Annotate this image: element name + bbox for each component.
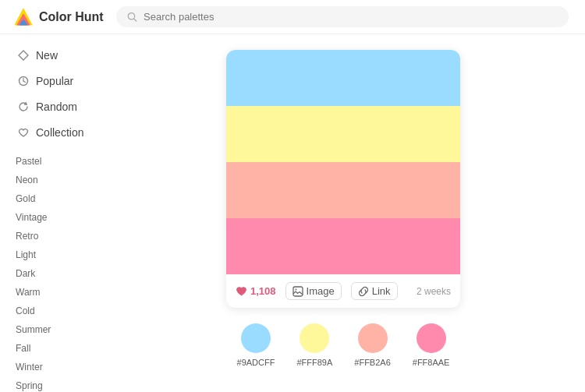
swatch-hex-3: #FFB2A6 [354,358,390,367]
tag-neon[interactable]: Neon [0,171,101,189]
tag-pastel[interactable]: Pastel [0,152,101,171]
sidebar-item-popular[interactable]: Popular [5,69,97,94]
image-icon [292,286,303,297]
like-count: 1,108 [250,285,276,297]
color-stripe-4 [226,218,460,274]
sidebar-item-new[interactable]: New [5,43,97,68]
time-label: 2 weeks [417,286,451,297]
swatch-item-3: #FFB2A6 [354,323,390,367]
refresh-icon [17,101,30,113]
swatches-row: #9ADCFF #FFF89A #FFB2A6 #FF8AAE [237,323,450,367]
color-stripe-3 [226,162,460,218]
logo-icon [12,6,34,28]
sidebar-item-collection[interactable]: Collection [5,120,97,145]
heart-filled-icon [236,285,247,297]
tag-gold[interactable]: Gold [0,189,101,208]
tag-dark[interactable]: Dark [0,264,101,283]
tag-warm[interactable]: Warm [0,283,101,302]
tag-winter[interactable]: Winter [0,358,101,376]
color-stripe-1 [226,50,460,106]
diamond-icon [17,49,30,62]
tag-spring[interactable]: Spring [0,376,101,392]
tag-summer[interactable]: Summer [0,320,101,339]
svg-rect-9 [293,287,303,296]
nav-random-label: Random [36,101,77,113]
image-label: Image [307,285,335,297]
content-area: 1,108 Image Link 2 weeks #9ADCFF [101,34,585,392]
svg-marker-5 [19,51,28,60]
tag-cold[interactable]: Cold [0,302,101,320]
clock-icon [17,75,30,87]
swatch-item-4: #FF8AAE [413,323,450,367]
svg-line-8 [23,81,26,83]
swatch-circle-3[interactable] [358,323,388,353]
tag-retro[interactable]: Retro [0,227,101,245]
tag-fall[interactable]: Fall [0,339,101,358]
link-label: Link [372,285,391,297]
svg-line-4 [133,19,136,21]
like-button[interactable]: 1,108 [236,285,276,297]
main-layout: New Popular Random Collection Pastel Neo… [0,34,585,392]
tag-vintage[interactable]: Vintage [0,208,101,227]
sidebar-item-random[interactable]: Random [5,94,97,119]
logo-text: Color Hunt [39,10,104,24]
nav-new-label: New [36,49,58,62]
swatch-hex-2: #FFF89A [296,358,332,367]
link-button[interactable]: Link [351,282,398,300]
swatch-circle-1[interactable] [241,323,271,353]
swatch-item-1: #9ADCFF [237,323,275,367]
palette-actions: 1,108 Image Link 2 weeks [226,274,460,308]
image-button[interactable]: Image [285,282,342,300]
color-stripe-2 [226,106,460,162]
tag-section: Pastel Neon Gold Vintage Retro Light Dar… [0,146,101,392]
swatch-item-2: #FFF89A [296,323,332,367]
swatch-circle-4[interactable] [417,323,446,353]
swatch-hex-1: #9ADCFF [237,358,275,367]
heart-icon [17,126,30,139]
swatch-circle-2[interactable] [300,323,329,353]
swatch-hex-4: #FF8AAE [413,358,450,367]
nav-popular-label: Popular [36,75,73,87]
link-icon [358,286,369,297]
search-icon [127,12,137,23]
logo[interactable]: Color Hunt [12,6,104,28]
tag-light[interactable]: Light [0,245,101,264]
sidebar: New Popular Random Collection Pastel Neo… [0,34,101,392]
header: Color Hunt [0,0,585,34]
nav-collection-label: Collection [36,126,83,139]
search-bar[interactable] [116,6,569,27]
search-input[interactable] [144,11,558,23]
svg-point-10 [295,288,296,290]
palette-card: 1,108 Image Link 2 weeks [226,50,460,308]
